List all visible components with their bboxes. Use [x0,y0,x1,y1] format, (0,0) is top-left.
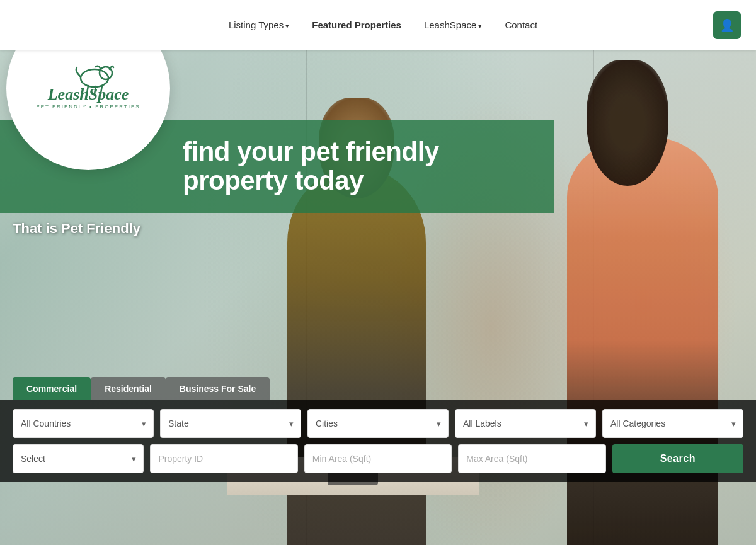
listing-types-link[interactable]: Listing Types [229,20,289,30]
leashspace-logo-svg: LeashSpace PET FRIENDLY • PROPERTIES [28,57,148,120]
navbar: Listing Types Featured Properties LeashS… [0,0,756,50]
contact-link[interactable]: Contact [505,20,537,30]
search-tabs: Commercial Residential Business For Sale [13,377,756,400]
person-right [567,135,718,545]
user-icon: 👤 [720,18,734,32]
user-button[interactable]: 👤 [713,11,741,39]
search-row-2: Select Option 1 Option 2 Search [13,444,743,473]
country-select-wrapper: All Countries United States Canada Unite… [13,409,154,438]
svg-point-0 [81,69,108,87]
property-id-input[interactable] [150,444,297,473]
navbar-item-featured[interactable]: Featured Properties [312,20,401,31]
navbar-logo-placeholder [15,6,53,44]
search-form: All Countries United States Canada Unite… [0,400,756,482]
select-wrapper: Select Option 1 Option 2 [13,444,144,473]
price-select[interactable]: Select Option 1 Option 2 [13,444,144,473]
cities-select[interactable]: Cities Los Angeles New York Chicago Hous… [307,409,449,438]
categories-select-wrapper: All Categories Apartment House Commercia… [602,409,743,438]
cities-select-wrapper: Cities Los Angeles New York Chicago Hous… [307,409,449,438]
max-area-input[interactable] [458,444,605,473]
navbar-item-listing-types[interactable]: Listing Types [229,20,289,31]
navbar-item-leashspace[interactable]: LeashSpace [424,20,482,31]
tab-residential[interactable]: Residential [91,377,166,400]
search-panel: Commercial Residential Business For Sale… [0,377,756,482]
labels-select[interactable]: All Labels For Rent For Sale Featured [455,409,596,438]
categories-select[interactable]: All Categories Apartment House Commercia… [602,409,743,438]
state-select[interactable]: State California Texas New York Florida [160,409,301,438]
tab-business-for-sale[interactable]: Business For Sale [166,377,270,400]
search-row-1: All Countries United States Canada Unite… [13,409,743,438]
navbar-links: Listing Types Featured Properties LeashS… [229,20,537,31]
state-select-wrapper: State California Texas New York Florida [160,409,301,438]
leashspace-link[interactable]: LeashSpace [424,20,482,30]
search-button[interactable]: Search [612,444,743,473]
tab-commercial[interactable]: Commercial [13,377,91,400]
featured-properties-link[interactable]: Featured Properties [312,20,401,30]
svg-text:LeashSpace: LeashSpace [47,85,129,103]
labels-select-wrapper: All Labels For Rent For Sale Featured [455,409,596,438]
navbar-item-contact[interactable]: Contact [505,20,537,31]
hero-title: find your pet friendly property today [183,137,536,195]
svg-text:PET FRIENDLY • PROPERTIES: PET FRIENDLY • PROPERTIES [36,104,140,110]
hero-subtitle: That is Pet Friendly [13,221,140,237]
country-select[interactable]: All Countries United States Canada Unite… [13,409,154,438]
min-area-input[interactable] [304,444,452,473]
